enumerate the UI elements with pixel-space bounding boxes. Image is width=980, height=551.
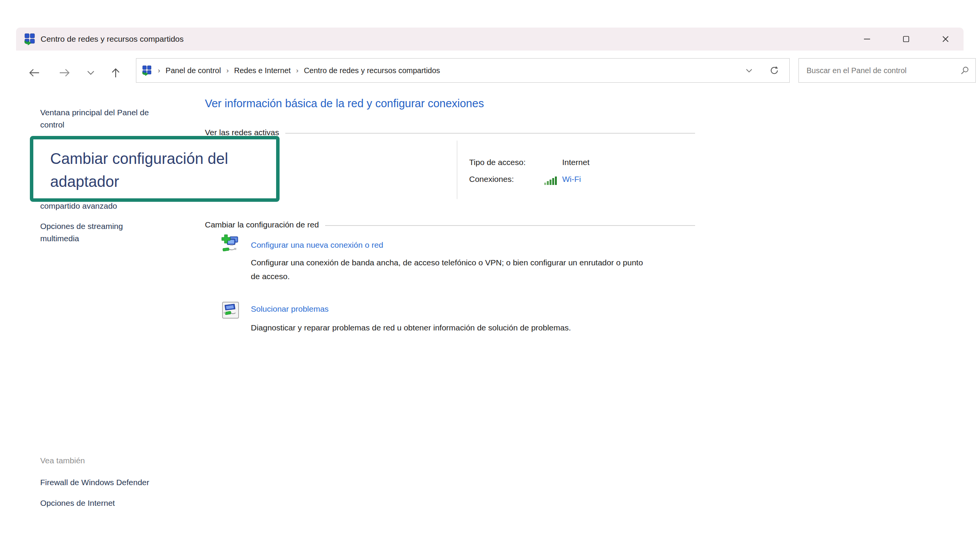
network-sharing-center-window: Centro de redes y recursos compartidos xyxy=(16,28,964,551)
refresh-icon[interactable] xyxy=(769,65,779,75)
section-rule xyxy=(285,133,695,134)
troubleshoot-icon xyxy=(222,302,239,319)
section-rule xyxy=(325,225,695,226)
breadcrumb-separator: › xyxy=(152,66,165,75)
network-icon xyxy=(24,33,36,45)
see-also-label: Vea también xyxy=(40,456,85,465)
network-icon xyxy=(142,65,152,76)
forward-button[interactable] xyxy=(58,66,71,79)
search-input[interactable] xyxy=(807,66,960,75)
page-title: Ver información básica de la red y confi… xyxy=(205,97,484,110)
back-button[interactable] xyxy=(28,66,41,79)
wifi-signal-icon xyxy=(544,176,557,185)
address-bar[interactable]: › Panel de control › Redes e Internet › … xyxy=(136,58,790,83)
sidebar-item-internet-options[interactable]: Opciones de Internet xyxy=(40,497,115,509)
breadcrumb-item-control-panel[interactable]: Panel de control xyxy=(165,66,221,75)
new-connection-icon xyxy=(221,234,240,253)
network-details-divider xyxy=(457,141,457,199)
up-button[interactable] xyxy=(109,66,122,79)
highlight-overlay-change-adapter-settings[interactable]: Cambiar configuración del adaptador xyxy=(30,136,280,202)
window-title: Centro de redes y recursos compartidos xyxy=(41,28,184,51)
breadcrumb-separator: › xyxy=(291,66,304,75)
search-box[interactable] xyxy=(798,58,976,83)
minimize-button[interactable] xyxy=(855,28,879,51)
troubleshoot-problems-description: Diagnosticar y reparar problemas de red … xyxy=(251,321,749,335)
troubleshoot-problems-link[interactable]: Solucionar problemas xyxy=(251,304,329,314)
sidebar-item-media-streaming[interactable]: Opciones de streaming multimedia xyxy=(40,220,146,245)
section-change-network-settings: Cambiar la configuración de red xyxy=(205,220,695,229)
title-bar: Centro de redes y recursos compartidos xyxy=(16,28,964,51)
chevron-down-icon xyxy=(87,70,95,75)
breadcrumb-item-network-sharing-center[interactable]: Centro de redes y recursos compartidos xyxy=(304,66,440,75)
back-arrow-icon xyxy=(28,68,40,77)
close-button[interactable] xyxy=(933,28,958,51)
recent-pages-button[interactable] xyxy=(86,69,96,77)
sidebar-item-control-panel-home[interactable]: Ventana principal del Panel de control xyxy=(40,106,167,131)
section-active-networks: Ver las redes activas xyxy=(205,128,695,137)
section-label: Cambiar la configuración de red xyxy=(205,220,319,229)
sidebar-item-windows-defender-firewall[interactable]: Firewall de Windows Defender xyxy=(40,476,149,489)
up-arrow-icon xyxy=(111,67,121,78)
breadcrumb-separator: › xyxy=(221,66,234,75)
search-icon[interactable] xyxy=(960,66,969,75)
maximize-icon xyxy=(902,35,910,43)
address-dropdown-icon[interactable] xyxy=(746,69,753,73)
wifi-connection-link[interactable]: Wi-Fi xyxy=(562,175,581,184)
minimize-icon xyxy=(863,35,871,43)
overlay-label[interactable]: Cambiar configuración del adaptador xyxy=(33,139,276,193)
setup-new-connection-link[interactable]: Configurar una nueva conexión o red xyxy=(251,240,383,250)
close-icon xyxy=(941,35,950,43)
breadcrumb-item-network-internet[interactable]: Redes e Internet xyxy=(234,66,291,75)
setup-new-connection-description: Configurar una conexión de banda ancha, … xyxy=(251,256,649,283)
forward-arrow-icon xyxy=(59,68,70,77)
access-type-label: Tipo de acceso: xyxy=(469,158,525,167)
maximize-button[interactable] xyxy=(894,28,918,51)
connections-label: Conexiones: xyxy=(469,175,514,184)
access-type-value: Internet xyxy=(562,158,589,167)
